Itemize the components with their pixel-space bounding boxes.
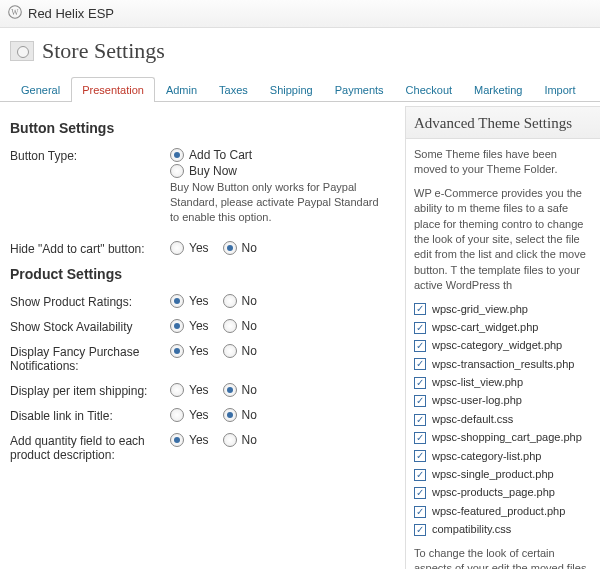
- file-checkbox[interactable]: [414, 524, 426, 536]
- showRatings-no[interactable]: [223, 294, 237, 308]
- tab-admin[interactable]: Admin: [155, 77, 208, 102]
- theme-file-row: wpsc-grid_view.php: [414, 302, 592, 317]
- theme-file-row: wpsc-featured_product.php: [414, 504, 592, 519]
- advanced-theme-heading: Advanced Theme Settings: [406, 106, 600, 139]
- button-type-label: Button Type:: [10, 148, 170, 225]
- qtyField-label: Add quantity field to each product descr…: [10, 433, 170, 462]
- advanced-outro: To change the look of certain aspects of…: [414, 546, 592, 569]
- file-name: wpsc-default.css: [432, 412, 513, 427]
- file-name: wpsc-list_view.php: [432, 375, 523, 390]
- fancyNotif-label: Display Fancy Purchase Notifications:: [10, 344, 170, 373]
- file-name: wpsc-grid_view.php: [432, 302, 528, 317]
- file-name: wpsc-category_widget.php: [432, 338, 562, 353]
- button-type-row: Button Type: Add To Cart Buy Now Buy Now…: [10, 148, 397, 225]
- theme-file-row: wpsc-shopping_cart_page.php: [414, 430, 592, 445]
- file-checkbox[interactable]: [414, 340, 426, 352]
- radio-buy-now-label: Buy Now: [189, 164, 237, 178]
- admin-bar: W Red Helix ESP: [0, 0, 600, 28]
- file-name: wpsc-shopping_cart_page.php: [432, 430, 582, 445]
- theme-file-row: compatibility.css: [414, 522, 592, 537]
- tab-import[interactable]: Import: [533, 77, 586, 102]
- stockAvail-no[interactable]: [223, 319, 237, 333]
- perItemShip-no[interactable]: [223, 383, 237, 397]
- showRatings-label: Show Product Ratings:: [10, 294, 170, 309]
- stockAvail-label: Show Stock Availability: [10, 319, 170, 334]
- theme-file-row: wpsc-category_widget.php: [414, 338, 592, 353]
- product-settings-heading: Product Settings: [10, 266, 397, 282]
- button-type-note: Buy Now Button only works for Paypal Sta…: [170, 180, 380, 225]
- hide-atc-no[interactable]: [223, 241, 237, 255]
- file-checkbox[interactable]: [414, 450, 426, 462]
- product-row-showRatings: Show Product Ratings:YesNo: [10, 294, 397, 309]
- file-checkbox[interactable]: [414, 358, 426, 370]
- hide-atc-yes[interactable]: [170, 241, 184, 255]
- hide-add-to-cart-row: Hide "Add to cart" button: Yes No: [10, 241, 397, 256]
- showRatings-yes[interactable]: [170, 294, 184, 308]
- tab-general[interactable]: General: [10, 77, 71, 102]
- button-settings-heading: Button Settings: [10, 120, 397, 136]
- advanced-intro-2: WP e-Commerce provides you the ability t…: [414, 186, 592, 294]
- fancyNotif-no[interactable]: [223, 344, 237, 358]
- theme-file-row: wpsc-products_page.php: [414, 485, 592, 500]
- file-name: wpsc-cart_widget.php: [432, 320, 538, 335]
- file-name: wpsc-single_product.php: [432, 467, 554, 482]
- tab-payments[interactable]: Payments: [324, 77, 395, 102]
- advanced-theme-panel: Advanced Theme Settings Some Theme files…: [405, 106, 600, 569]
- qtyField-no[interactable]: [223, 433, 237, 447]
- perItemShip-yes[interactable]: [170, 383, 184, 397]
- disableLink-label: Disable link in Title:: [10, 408, 170, 423]
- radio-add-to-cart[interactable]: [170, 148, 184, 162]
- file-name: wpsc-featured_product.php: [432, 504, 565, 519]
- file-checkbox[interactable]: [414, 395, 426, 407]
- tab-shipping[interactable]: Shipping: [259, 77, 324, 102]
- wordpress-logo-icon: W: [8, 5, 22, 22]
- file-checkbox[interactable]: [414, 322, 426, 334]
- perItemShip-label: Display per item shipping:: [10, 383, 170, 398]
- file-name: wpsc-transaction_results.php: [432, 357, 574, 372]
- theme-file-row: wpsc-single_product.php: [414, 467, 592, 482]
- file-checkbox[interactable]: [414, 506, 426, 518]
- product-row-stockAvail: Show Stock AvailabilityYesNo: [10, 319, 397, 334]
- file-checkbox[interactable]: [414, 414, 426, 426]
- product-row-qtyField: Add quantity field to each product descr…: [10, 433, 397, 462]
- file-name: wpsc-user-log.php: [432, 393, 522, 408]
- theme-file-row: wpsc-default.css: [414, 412, 592, 427]
- page-title: Store Settings: [42, 38, 165, 64]
- tab-marketing[interactable]: Marketing: [463, 77, 533, 102]
- theme-file-row: wpsc-list_view.php: [414, 375, 592, 390]
- tab-taxes[interactable]: Taxes: [208, 77, 259, 102]
- store-settings-icon: [10, 41, 34, 61]
- stockAvail-yes[interactable]: [170, 319, 184, 333]
- svg-text:W: W: [11, 8, 19, 17]
- file-name: compatibility.css: [432, 522, 511, 537]
- product-row-fancyNotif: Display Fancy Purchase Notifications:Yes…: [10, 344, 397, 373]
- fancyNotif-yes[interactable]: [170, 344, 184, 358]
- advanced-intro-1: Some Theme files have been moved to your…: [414, 147, 592, 178]
- radio-add-to-cart-label: Add To Cart: [189, 148, 252, 162]
- tab-presentation[interactable]: Presentation: [71, 77, 155, 102]
- product-row-disableLink: Disable link in Title:YesNo: [10, 408, 397, 423]
- hide-add-to-cart-label: Hide "Add to cart" button:: [10, 241, 170, 256]
- tab-checkout[interactable]: Checkout: [395, 77, 463, 102]
- file-checkbox[interactable]: [414, 469, 426, 481]
- product-row-perItemShip: Display per item shipping:YesNo: [10, 383, 397, 398]
- file-name: wpsc-category-list.php: [432, 449, 541, 464]
- file-checkbox[interactable]: [414, 303, 426, 315]
- page-header: Store Settings: [0, 28, 600, 68]
- file-name: wpsc-products_page.php: [432, 485, 555, 500]
- site-name[interactable]: Red Helix ESP: [28, 6, 114, 21]
- file-checkbox[interactable]: [414, 432, 426, 444]
- file-checkbox[interactable]: [414, 377, 426, 389]
- disableLink-yes[interactable]: [170, 408, 184, 422]
- settings-tabs: GeneralPresentationAdminTaxesShippingPay…: [0, 76, 600, 102]
- radio-buy-now[interactable]: [170, 164, 184, 178]
- theme-file-row: wpsc-transaction_results.php: [414, 357, 592, 372]
- file-checkbox[interactable]: [414, 487, 426, 499]
- theme-file-row: wpsc-cart_widget.php: [414, 320, 592, 335]
- theme-file-row: wpsc-category-list.php: [414, 449, 592, 464]
- qtyField-yes[interactable]: [170, 433, 184, 447]
- disableLink-no[interactable]: [223, 408, 237, 422]
- theme-file-row: wpsc-user-log.php: [414, 393, 592, 408]
